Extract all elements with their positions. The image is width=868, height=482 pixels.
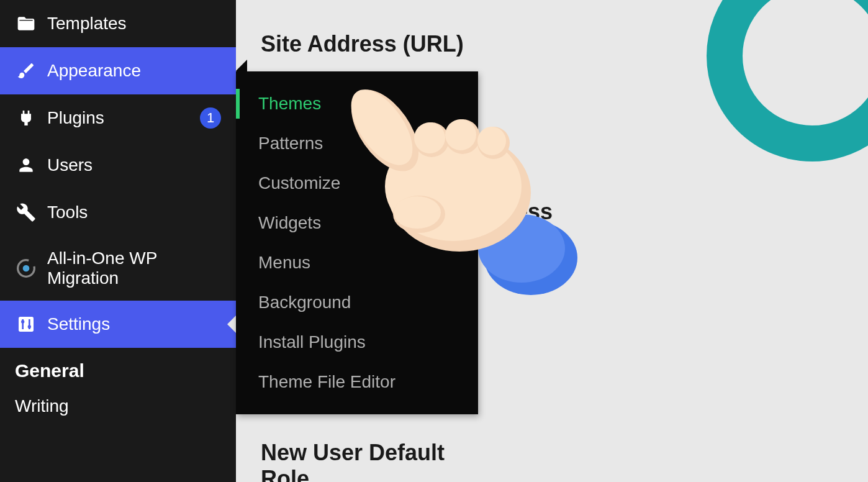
flyout-item-widgets[interactable]: Widgets xyxy=(236,203,478,243)
submenu-item-writing[interactable]: Writing xyxy=(15,388,221,425)
flyout-item-theme-file-editor[interactable]: Theme File Editor xyxy=(236,362,478,402)
sidebar-item-label: All-in-One WP Migration xyxy=(47,248,221,288)
site-address-heading: Site Address (URL) xyxy=(261,31,464,57)
decorative-circle xyxy=(707,0,868,161)
migration-icon xyxy=(15,257,37,280)
sidebar-item-label: Settings xyxy=(47,314,221,334)
svg-point-7 xyxy=(484,221,577,295)
sidebar-item-label: Templates xyxy=(47,14,221,34)
sidebar-item-migration[interactable]: All-in-One WP Migration xyxy=(0,236,236,301)
admin-sidebar: Templates Appearance Plugins 1 Users xyxy=(0,0,236,482)
user-icon xyxy=(15,154,37,176)
sidebar-item-plugins[interactable]: Plugins 1 xyxy=(0,94,236,142)
sidebar-item-label: Plugins xyxy=(47,108,195,128)
settings-submenu: General Writing xyxy=(0,348,236,425)
partial-heading-ess: ess xyxy=(515,199,553,225)
wrench-icon xyxy=(15,201,37,224)
folder-icon xyxy=(15,12,37,35)
flyout-item-install-plugins[interactable]: Install Plugins xyxy=(236,322,478,362)
sidebar-item-settings[interactable]: Settings xyxy=(0,301,236,348)
sidebar-item-users[interactable]: Users xyxy=(0,142,236,189)
svg-point-6 xyxy=(28,325,31,328)
svg-point-18 xyxy=(477,127,506,155)
sidebar-item-appearance[interactable]: Appearance xyxy=(0,47,236,94)
sidebar-item-label: Users xyxy=(47,155,221,175)
sidebar-item-templates[interactable]: Templates xyxy=(0,0,236,47)
svg-point-1 xyxy=(23,265,30,272)
new-user-role-heading: New User Default Role xyxy=(261,440,464,482)
sidebar-item-tools[interactable]: Tools xyxy=(0,189,236,236)
flyout-item-patterns[interactable]: Patterns xyxy=(236,124,478,163)
svg-rect-2 xyxy=(19,317,34,332)
svg-point-17 xyxy=(477,127,510,159)
plug-icon xyxy=(15,107,37,129)
flyout-item-themes[interactable]: Themes xyxy=(236,84,478,124)
submenu-heading-general[interactable]: General xyxy=(15,348,221,388)
paintbrush-icon xyxy=(15,60,37,82)
plugins-update-badge: 1 xyxy=(200,107,221,129)
sliders-icon xyxy=(15,313,37,335)
appearance-flyout-menu: Themes Patterns Customize Widgets Menus … xyxy=(236,71,478,414)
sidebar-item-label: Tools xyxy=(47,202,221,222)
sidebar-item-label: Appearance xyxy=(47,61,221,81)
svg-point-4 xyxy=(21,320,24,323)
flyout-item-background[interactable]: Background xyxy=(236,283,478,322)
flyout-item-customize[interactable]: Customize xyxy=(236,163,478,203)
flyout-item-menus[interactable]: Menus xyxy=(236,243,478,283)
